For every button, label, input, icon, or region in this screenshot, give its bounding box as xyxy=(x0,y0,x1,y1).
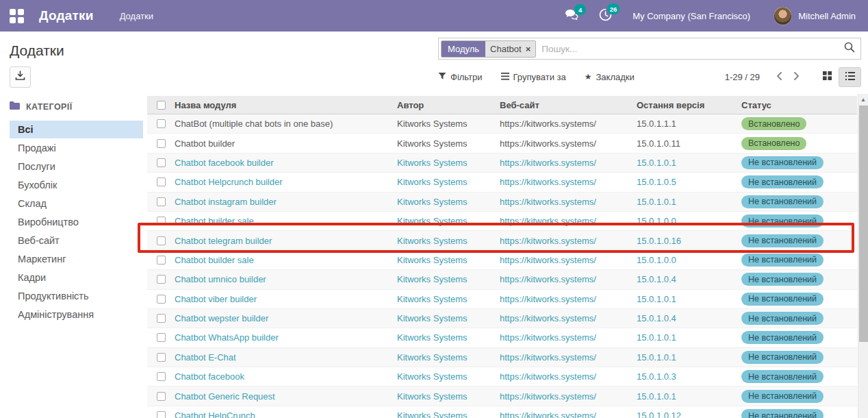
sidebar-category-item[interactable]: Веб-сайт xyxy=(10,232,143,249)
row-checkbox[interactable] xyxy=(157,295,166,304)
module-name-cell[interactable]: Chatbot umnico builder xyxy=(175,274,397,284)
version-cell[interactable]: 15.0.1.0.1 xyxy=(637,352,741,362)
vertical-scrollbar[interactable]: ▲ xyxy=(858,94,868,418)
website-cell[interactable]: https://kitworks.systems/ xyxy=(500,274,637,284)
scrollbar-up-arrow-icon[interactable]: ▲ xyxy=(858,94,868,105)
table-row[interactable]: Chatbot HelpCrunchKitworks Systemshttps:… xyxy=(147,406,857,418)
author-cell[interactable]: Kitworks Systems xyxy=(397,158,500,168)
version-cell[interactable]: 15.0.1.0.4 xyxy=(637,274,741,284)
version-cell[interactable]: 15.0.1.0.12 xyxy=(637,410,741,418)
module-name-cell[interactable]: Chatbot builder xyxy=(175,138,397,149)
row-checkbox[interactable] xyxy=(157,392,166,401)
version-cell[interactable]: 15.0.1.0.11 xyxy=(637,138,741,149)
search-icon[interactable] xyxy=(844,42,855,56)
row-checkbox[interactable] xyxy=(157,256,166,265)
row-checkbox[interactable] xyxy=(157,314,166,323)
module-name-cell[interactable]: Chatbot HelpCrunch xyxy=(175,410,397,418)
search-input[interactable] xyxy=(541,44,844,54)
select-all-checkbox[interactable] xyxy=(157,101,166,110)
sidebar-category-item[interactable]: Продуктивність xyxy=(10,287,143,305)
author-cell[interactable]: Kitworks Systems xyxy=(397,313,500,323)
table-row[interactable]: Chatbot builder saleKitworks Systemshttp… xyxy=(147,212,857,231)
table-row[interactable]: Chatbot umnico builderKitworks Systemsht… xyxy=(147,270,857,289)
table-row[interactable]: Chatbot builder saleKitworks Systemshttp… xyxy=(147,251,857,270)
website-cell[interactable]: https://kitworks.systems/ xyxy=(500,410,637,418)
row-checkbox[interactable] xyxy=(157,197,166,206)
website-cell[interactable]: https://kitworks.systems/ xyxy=(500,236,637,246)
row-checkbox[interactable] xyxy=(157,333,166,342)
table-row[interactable]: Chatbot instagram builderKitworks System… xyxy=(147,193,857,212)
version-cell[interactable]: 15.0.1.1.1 xyxy=(637,119,741,129)
activities-button[interactable]: 26 xyxy=(599,8,612,23)
row-checkbox[interactable] xyxy=(157,372,166,381)
module-name-cell[interactable]: Chatbot instagram builder xyxy=(175,197,397,207)
module-name-cell[interactable]: Chatbot facebook builder xyxy=(175,158,397,168)
author-cell[interactable]: Kitworks Systems xyxy=(397,197,500,207)
pager-next-button[interactable] xyxy=(788,71,805,84)
website-cell[interactable]: https://kitworks.systems/ xyxy=(500,352,637,362)
group-by-button[interactable]: Групувати за xyxy=(501,72,566,82)
website-cell[interactable]: https://kitworks.systems/ xyxy=(500,119,637,129)
column-header-author[interactable]: Автор xyxy=(397,100,500,110)
column-header-version[interactable]: Остання версія xyxy=(637,100,741,110)
version-cell[interactable]: 15.0.1.0.1 xyxy=(637,391,741,402)
scrollbar-thumb[interactable] xyxy=(859,106,868,342)
apps-grid-icon[interactable] xyxy=(10,9,24,23)
website-cell[interactable]: https://kitworks.systems/ xyxy=(500,177,637,187)
table-row[interactable]: Chatbot builderKitworks Systemshttps://k… xyxy=(147,134,857,153)
table-row[interactable]: Chatbot telegram builderKitworks Systems… xyxy=(147,231,857,250)
module-name-cell[interactable]: Chatbot builder sale xyxy=(175,216,397,226)
author-cell[interactable]: Kitworks Systems xyxy=(397,352,500,362)
module-name-cell[interactable]: Chatbot viber builder xyxy=(175,294,397,304)
row-checkbox[interactable] xyxy=(157,177,166,186)
messages-button[interactable]: 4 xyxy=(565,9,578,23)
sidebar-category-item[interactable]: Всі xyxy=(10,121,143,138)
row-checkbox[interactable] xyxy=(157,236,166,245)
author-cell[interactable]: Kitworks Systems xyxy=(397,294,500,304)
module-name-cell[interactable]: Chatbot facebook xyxy=(175,371,397,382)
version-cell[interactable]: 15.0.1.0.1 xyxy=(637,158,741,168)
sidebar-category-item[interactable]: Виробництво xyxy=(10,213,143,231)
row-checkbox[interactable] xyxy=(157,119,166,128)
module-name-cell[interactable]: Chatbot builder sale xyxy=(175,255,397,265)
sidebar-category-item[interactable]: Склад xyxy=(10,195,143,212)
website-cell[interactable]: https://kitworks.systems/ xyxy=(500,371,637,382)
version-cell[interactable]: 15.0.1.0.0 xyxy=(637,216,741,226)
table-row[interactable]: Chatbot E-ChatKitworks Systemshttps://ki… xyxy=(147,348,857,367)
author-cell[interactable]: Kitworks Systems xyxy=(397,216,500,226)
module-name-cell[interactable]: Chatbot Generic Request xyxy=(175,391,397,402)
import-button[interactable] xyxy=(10,66,31,88)
search-box[interactable]: Модуль Chatbot × xyxy=(438,38,861,60)
module-name-cell[interactable]: Chatbot E-Chat xyxy=(175,352,397,362)
version-cell[interactable]: 15.0.1.0.4 xyxy=(637,313,741,323)
author-cell[interactable]: Kitworks Systems xyxy=(397,410,500,418)
version-cell[interactable]: 15.0.1.0.1 xyxy=(637,294,741,304)
sidebar-category-item[interactable]: Кадри xyxy=(10,269,143,286)
website-cell[interactable]: https://kitworks.systems/ xyxy=(500,255,637,265)
list-view-button[interactable] xyxy=(839,67,861,87)
table-row[interactable]: Chatbot WhatsApp builderKitworks Systems… xyxy=(147,328,857,347)
menu-item-apps[interactable]: Додатки xyxy=(120,11,153,21)
table-row[interactable]: Chatbot Generic RequestKitworks Systemsh… xyxy=(147,386,857,406)
table-row[interactable]: Chatbot viber builderKitworks Systemshtt… xyxy=(147,290,857,309)
table-row[interactable]: Chatbot facebookKitworks Systemshttps://… xyxy=(147,367,857,386)
company-switcher[interactable]: My Company (San Francisco) xyxy=(633,11,750,21)
author-cell[interactable]: Kitworks Systems xyxy=(397,236,500,246)
kanban-view-button[interactable] xyxy=(816,67,839,87)
column-header-status[interactable]: Статус xyxy=(741,100,857,110)
sidebar-category-item[interactable]: Маркетинг xyxy=(10,250,143,268)
module-name-cell[interactable]: Chatbot telegram builder xyxy=(175,236,397,246)
module-name-cell[interactable]: Chatbot Helpcrunch builder xyxy=(175,177,397,187)
author-cell[interactable]: Kitworks Systems xyxy=(397,119,500,129)
module-name-cell[interactable]: Chatbot WhatsApp builder xyxy=(175,332,397,343)
filters-button[interactable]: Фільтри xyxy=(438,72,483,82)
row-checkbox[interactable] xyxy=(157,217,166,225)
pager-previous-button[interactable] xyxy=(771,71,788,84)
table-row[interactable]: Chatbot wepster builderKitworks Systemsh… xyxy=(147,309,857,328)
user-menu[interactable]: Mitchell Admin xyxy=(774,7,856,25)
module-name-cell[interactable]: ChatBot (multiple chat bots in one base) xyxy=(175,119,397,129)
website-cell[interactable]: https://kitworks.systems/ xyxy=(500,294,637,304)
version-cell[interactable]: 15.0.1.0.1 xyxy=(637,332,741,343)
author-cell[interactable]: Kitworks Systems xyxy=(397,332,500,343)
website-cell[interactable]: https://kitworks.systems/ xyxy=(500,158,637,168)
